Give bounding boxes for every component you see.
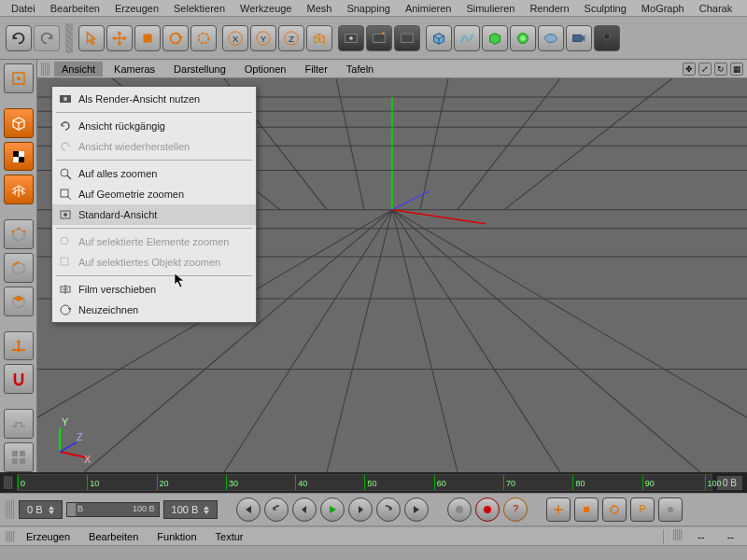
autokey-button[interactable] — [475, 497, 500, 522]
menu-selektieren[interactable]: Selektieren — [166, 2, 233, 14]
edge-mode-button[interactable] — [4, 253, 34, 283]
texture-mode-button[interactable] — [4, 142, 34, 172]
grip-icon[interactable] — [4, 476, 13, 489]
coord-system-button[interactable] — [306, 25, 332, 51]
redo-button[interactable] — [34, 25, 60, 51]
axis-z-button[interactable]: Z — [278, 25, 304, 51]
menu-datei[interactable]: Datei — [4, 2, 43, 14]
model-mode-button[interactable] — [4, 108, 34, 138]
render-button[interactable] — [366, 25, 392, 51]
dd-redraw[interactable]: Neuzeichnen — [52, 300, 256, 320]
vp-pan-icon[interactable]: ✥ — [683, 63, 696, 76]
dd-zoom-geometry[interactable]: Auf Geometrie zoomen — [52, 184, 256, 204]
next-key-button[interactable] — [376, 497, 401, 522]
prev-key-button[interactable] — [264, 497, 289, 522]
svg-rect-28 — [12, 451, 18, 456]
bm-funktion[interactable]: Funktion — [149, 529, 204, 544]
viewport-solo-button[interactable] — [4, 442, 34, 472]
last-tool[interactable] — [190, 25, 217, 51]
snap-button[interactable] — [4, 364, 34, 394]
axis-tool-button[interactable] — [4, 331, 34, 361]
vp-menu-darstellung[interactable]: Darstellung — [166, 62, 233, 77]
move-tool[interactable] — [106, 25, 133, 51]
polygon-mode-button[interactable] — [4, 287, 34, 316]
param-key-button[interactable]: P — [630, 497, 655, 522]
keyframe-options-button[interactable]: ? — [503, 497, 528, 522]
make-editable-button[interactable] — [4, 63, 34, 93]
axis-y-button[interactable]: Y — [250, 25, 276, 51]
menu-sculpting[interactable]: Sculpting — [577, 2, 634, 14]
end-frame-field[interactable]: 100 B — [163, 500, 218, 519]
point-mode-button[interactable] — [4, 219, 34, 249]
timeline[interactable]: 0 10 20 30 40 50 60 70 80 90 100 0 B — [0, 472, 747, 493]
rotation-key-button[interactable] — [602, 497, 627, 522]
next-frame-button[interactable] — [348, 497, 373, 522]
vp-maximize-icon[interactable]: ▦ — [730, 63, 743, 76]
light-button[interactable] — [594, 25, 620, 51]
bm-bearbeiten[interactable]: Bearbeiten — [81, 529, 146, 544]
rotate-tool[interactable] — [162, 25, 189, 51]
menu-snapping[interactable]: Snapping — [339, 2, 398, 14]
svg-rect-24 — [19, 157, 24, 162]
goto-end-button[interactable] — [404, 497, 429, 522]
dd-zoom-all[interactable]: Auf alles zoomen — [52, 163, 256, 184]
soft-select-button[interactable] — [4, 409, 34, 439]
svg-rect-12 — [402, 34, 414, 42]
dd-film-move[interactable]: Film verschieben — [52, 279, 256, 300]
range-slider[interactable]: 0 B100 B — [66, 502, 160, 517]
render-settings-button[interactable] — [394, 25, 420, 51]
axis-x-button[interactable]: X — [222, 25, 248, 51]
cube-primitive-button[interactable] — [426, 25, 452, 51]
svg-rect-0 — [144, 34, 152, 42]
camera-button[interactable] — [566, 25, 592, 51]
start-frame-field[interactable]: 0 B — [19, 500, 63, 519]
play-button[interactable] — [320, 497, 345, 522]
vp-menu-ansicht[interactable]: Ansicht — [54, 62, 103, 77]
scale-tool[interactable] — [134, 25, 161, 51]
grip-icon[interactable] — [6, 500, 15, 519]
grip-icon[interactable] — [6, 531, 15, 542]
spline-button[interactable] — [454, 25, 480, 51]
vp-menu-filter[interactable]: Filter — [297, 62, 334, 77]
dd-zoom-sel-elements: Auf selektierte Elemente zoomen — [52, 231, 256, 252]
environment-button[interactable] — [538, 25, 564, 51]
timeline-track[interactable]: 0 10 20 30 40 50 60 70 80 90 100 — [17, 474, 712, 491]
bm-erzeugen[interactable]: Erzeugen — [19, 529, 78, 544]
workplane-button[interactable] — [4, 175, 34, 204]
vp-rotate-icon[interactable]: ↻ — [714, 63, 727, 76]
menu-werkzeuge[interactable]: Werkzeuge — [233, 2, 299, 14]
generator-button[interactable] — [482, 25, 508, 51]
menu-simulieren[interactable]: Simulieren — [458, 2, 522, 14]
render-view-button[interactable] — [338, 25, 364, 51]
vp-menu-tafeln[interactable]: Tafeln — [339, 62, 381, 77]
dd-undo-view[interactable]: Ansicht rückgängig — [52, 116, 256, 136]
vp-menu-optionen[interactable]: Optionen — [237, 62, 294, 77]
record-key-button[interactable] — [447, 497, 472, 522]
zoom-geo-icon — [58, 187, 73, 202]
bm-textur[interactable]: Textur — [208, 529, 251, 544]
vp-menu-kameras[interactable]: Kameras — [106, 62, 162, 77]
menu-mesh[interactable]: Mesh — [299, 2, 339, 14]
vp-zoom-icon[interactable]: ⤢ — [698, 63, 712, 76]
menu-erzeugen[interactable]: Erzeugen — [107, 2, 166, 14]
main-menubar: Datei Bearbeiten Erzeugen Selektieren We… — [0, 0, 747, 17]
menu-bearbeiten[interactable]: Bearbeiten — [43, 2, 107, 14]
pla-key-button[interactable] — [658, 497, 683, 522]
menu-animieren[interactable]: Animieren — [398, 2, 459, 14]
grip-icon[interactable] — [41, 63, 50, 76]
deformer-button[interactable] — [510, 25, 536, 51]
dd-render-ansicht[interactable]: Als Render-Ansicht nutzen — [52, 89, 256, 109]
menu-charakter[interactable]: Charak — [692, 2, 740, 14]
undo-button[interactable] — [6, 25, 32, 51]
scale-key-button[interactable] — [574, 497, 599, 522]
goto-start-button[interactable] — [236, 497, 261, 522]
menu-rendern[interactable]: Rendern — [522, 2, 576, 14]
menu-mograph[interactable]: MoGraph — [634, 2, 692, 14]
svg-rect-19 — [605, 39, 609, 43]
position-key-button[interactable] — [546, 497, 571, 522]
grip-icon[interactable] — [673, 529, 683, 540]
select-tool[interactable] — [78, 25, 105, 51]
prev-frame-button[interactable] — [292, 497, 317, 522]
dd-default-view[interactable]: Standard-Ansicht — [52, 204, 256, 225]
svg-point-79 — [484, 506, 491, 513]
